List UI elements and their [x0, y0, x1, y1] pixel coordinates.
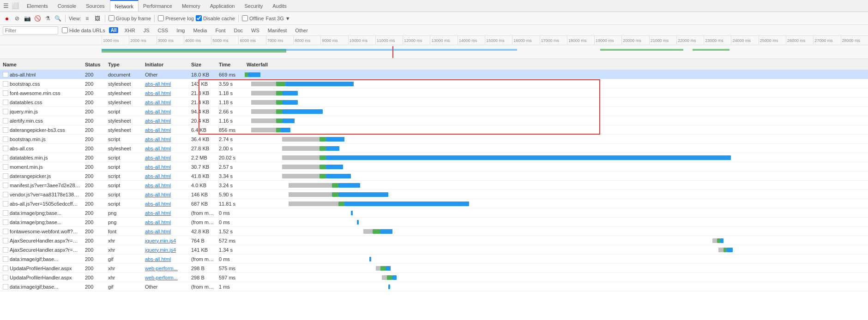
cell-initiator[interactable]: abs-all.html [143, 118, 189, 124]
cell-initiator[interactable]: abs-all.html [143, 136, 189, 142]
tab-performance[interactable]: Performance [139, 0, 177, 12]
cell-initiator[interactable]: web-perform... [143, 275, 189, 280]
cell-size: 298 B [189, 266, 217, 271]
preserve-log-checkbox[interactable] [158, 15, 164, 21]
table-row[interactable]: bootstrap.css200stylesheetabs-all.html14… [0, 79, 868, 89]
col-waterfall-header[interactable]: Waterfall [245, 62, 868, 67]
preserve-log-label[interactable]: Preserve log [165, 16, 194, 21]
devtools-menu-icon[interactable]: ☰ [2, 2, 10, 10]
col-size-header[interactable]: Size [189, 62, 217, 67]
hide-data-urls-checkbox[interactable] [62, 27, 68, 33]
devtools-dock-icon[interactable]: ⬜ [11, 2, 19, 10]
table-row[interactable]: vendor.js?ver=aa83178e13808ddc...200scri… [0, 190, 868, 199]
table-row[interactable]: UpdataProfilerHandler.aspx200xhrweb-perf… [0, 264, 868, 273]
group-by-frame-label[interactable]: Group by frame [116, 16, 151, 21]
cell-initiator[interactable]: abs-all.html [143, 164, 189, 170]
cell-initiator[interactable]: abs-all.html [143, 201, 189, 207]
disable-cache-checkbox[interactable] [196, 15, 202, 21]
group-by-frame-checkbox[interactable] [108, 15, 115, 21]
camera-btn[interactable]: 📷 [23, 14, 31, 23]
cell-initiator[interactable]: abs-all.html [143, 183, 189, 188]
table-row[interactable]: abs-all.js?ver=1505c6edccff4f463...200sc… [0, 199, 868, 208]
cell-initiator[interactable]: abs-all.html [143, 256, 189, 262]
tab-network[interactable]: Network [110, 0, 139, 12]
filter-font-btn[interactable]: Font [213, 27, 228, 34]
cell-initiator[interactable]: abs-all.html [143, 210, 189, 216]
cell-initiator[interactable]: abs-all.html [143, 229, 189, 234]
offline-checkbox[interactable] [242, 15, 248, 21]
table-row[interactable]: datatables.css200stylesheetabs-all.html2… [0, 98, 868, 107]
tab-console[interactable]: Console [53, 0, 81, 12]
table-row[interactable]: manifest.js?ver=3aee7d2e28662e...200scri… [0, 181, 868, 190]
filter-doc-btn[interactable]: Doc [231, 27, 245, 34]
table-row[interactable]: AjaxSecureHandler.aspx?r=90a19...200xhrj… [0, 245, 868, 255]
col-time-header[interactable]: Time [217, 62, 245, 67]
throttle-dropdown-icon[interactable]: ▼ [285, 16, 290, 21]
filter-js-btn[interactable]: JS [141, 27, 152, 34]
cell-initiator[interactable]: abs-all.html [143, 109, 189, 114]
cell-initiator[interactable]: jquery.min.js4 [143, 247, 189, 253]
cell-initiator[interactable]: abs-all.html [143, 90, 189, 96]
cell-initiator[interactable]: abs-all.html [143, 100, 189, 105]
cell-initiator[interactable]: web-perform... [143, 266, 189, 271]
table-row[interactable]: daterangepicker.js200scriptabs-all.html4… [0, 172, 868, 181]
col-status-header[interactable]: Status [83, 62, 106, 67]
table-row[interactable]: AjaxSecureHandler.aspx?r=0e356...200xhrj… [0, 236, 868, 245]
table-row[interactable]: data:image/png;base...200pngabs-all.html… [0, 218, 868, 227]
col-name-header[interactable]: Name [0, 62, 83, 67]
cell-initiator[interactable]: abs-all.html [143, 146, 189, 151]
filter-ws-btn[interactable]: WS [249, 27, 262, 34]
cell-initiator[interactable]: abs-all.html [143, 155, 189, 160]
table-row[interactable]: bootstrap.min.js200scriptabs-all.html36.… [0, 135, 868, 144]
table-row[interactable]: jquery.min.js200scriptabs-all.html94.4 K… [0, 107, 868, 116]
wf-bar-download [282, 91, 298, 95]
filter-all-btn[interactable]: All [109, 27, 119, 33]
table-row[interactable]: moment.min.js200scriptabs-all.html30.7 K… [0, 162, 868, 172]
cell-initiator[interactable]: abs-all.html [143, 219, 189, 225]
offline-label[interactable]: Offline [249, 16, 264, 21]
table-row[interactable]: font-awesome.min.css200stylesheetabs-all… [0, 89, 868, 98]
tab-audits[interactable]: Audits [268, 0, 292, 12]
record-btn[interactable]: ● [3, 14, 11, 23]
table-row[interactable]: data:image/gif;base...200gifabs-all.html… [0, 255, 868, 264]
table-row[interactable]: data:image/gif;base...200gifOther(from m… [0, 282, 868, 291]
cell-initiator[interactable]: abs-all.html [143, 127, 189, 133]
table-row[interactable]: alertify.min.css200stylesheetabs-all.htm… [0, 116, 868, 125]
filter-manifest-btn[interactable]: Manifest [265, 27, 289, 34]
clear-btn[interactable]: 🚫 [33, 14, 42, 23]
filter-other-btn[interactable]: Other [293, 27, 310, 34]
filter-img-btn[interactable]: Img [174, 27, 187, 34]
waterfall-overview[interactable] [0, 45, 868, 59]
hide-data-urls-label[interactable]: Hide data URLs [69, 28, 105, 33]
filter-xhr-btn[interactable]: XHR [122, 27, 137, 34]
cell-initiator[interactable]: abs-all.html [143, 81, 189, 87]
table-row[interactable]: abs-all.css200stylesheetabs-all.html27.8… [0, 144, 868, 153]
filter-btn[interactable]: ⚗ [43, 14, 52, 23]
table-row[interactable]: UpdataProfilerHandler.aspx200xhrweb-perf… [0, 273, 868, 282]
stop-btn[interactable]: ⊘ [13, 14, 21, 23]
view-screenshot-btn[interactable]: 🖼 [93, 14, 102, 23]
tab-sources[interactable]: Sources [81, 0, 109, 12]
col-initiator-header[interactable]: Initiator [143, 62, 189, 67]
table-row[interactable]: datatables.min.js200scriptabs-all.html2.… [0, 153, 868, 162]
cell-initiator[interactable]: Other [143, 284, 189, 290]
col-type-header[interactable]: Type [106, 62, 143, 67]
table-row[interactable]: fontawesome-webfont.woff?v=3.2.1200fonta… [0, 227, 868, 236]
tab-memory[interactable]: Memory [177, 0, 205, 12]
view-list-btn[interactable]: ≡ [83, 14, 91, 23]
filter-css-btn[interactable]: CSS [156, 27, 171, 34]
disable-cache-label[interactable]: Disable cache [203, 16, 235, 21]
tab-elements[interactable]: Elements [22, 0, 53, 12]
cell-initiator[interactable]: jquery.min.js4 [143, 238, 189, 243]
cell-initiator[interactable]: abs-all.html [143, 192, 189, 197]
tab-application[interactable]: Application [205, 0, 240, 12]
cell-initiator[interactable]: Other [143, 72, 189, 77]
table-row[interactable]: daterangepicker-bs3.css200stylesheetabs-… [0, 125, 868, 135]
tab-security[interactable]: Security [240, 0, 268, 12]
search-btn[interactable]: 🔍 [54, 14, 62, 23]
table-row[interactable]: data:image/png;base...200pngabs-all.html… [0, 208, 868, 218]
filter-input[interactable] [3, 26, 58, 35]
cell-initiator[interactable]: abs-all.html [143, 173, 189, 179]
table-row[interactable]: abs-all.html200documentOther18.0 KB669 m… [0, 70, 868, 79]
filter-media-btn[interactable]: Media [191, 27, 209, 34]
